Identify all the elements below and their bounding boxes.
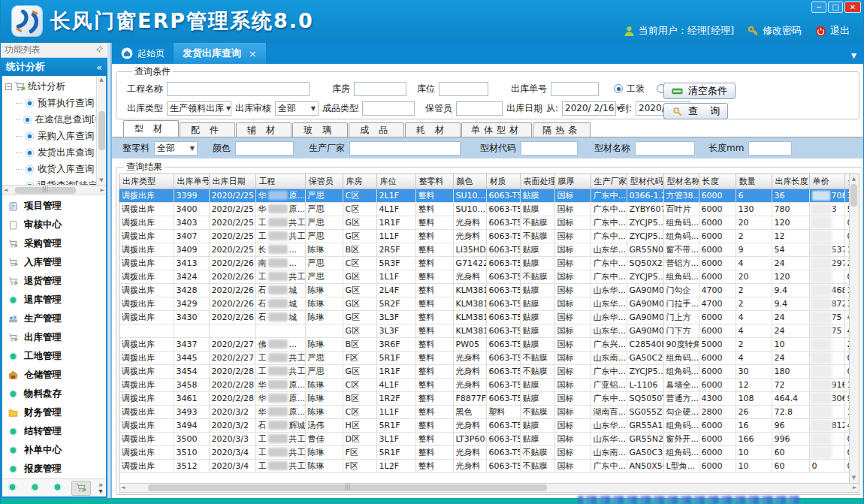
material-tab[interactable]: 配件 [180, 122, 235, 137]
column-header[interactable]: 出库日期 [209, 174, 255, 189]
quick-menu-dot-button[interactable] [5, 482, 19, 494]
column-header[interactable]: 表面处理 [520, 174, 554, 189]
table-row[interactable]: 调拨出库34452020/2/27工共工程严思F区5R1F整料光身料6063-T… [119, 351, 858, 364]
product-type-input[interactable] [362, 101, 415, 116]
sidebar-item[interactable]: 采购管理 [8, 234, 106, 253]
out-type-select[interactable]: 生产领料出库▼ [167, 101, 231, 116]
table-row[interactable]: 调拨出库34582020/2/28华原...陈琳C区4L1F整料光身料6063-… [119, 378, 858, 391]
more-buttons-chevron[interactable]: »▾ [98, 482, 103, 494]
table-row[interactable]: 调拨出库34032020/2/25工共工程严思G区1R1F整料光身料6063-T… [119, 216, 858, 229]
maximize-button[interactable]: □ [828, 2, 843, 13]
material-tab[interactable]: 单体型材 [461, 122, 532, 137]
table-row[interactable]: 调拨出库34612020/2/28华原...陈琳B区1R2F整料F8877FT6… [119, 391, 858, 405]
table-row[interactable]: 调拨出库34132020/2/26南...严思C区5R3F整料G71422606… [119, 256, 858, 270]
column-header[interactable]: 数量 [736, 174, 772, 189]
scroll-down-icon[interactable]: ▼ [99, 177, 103, 184]
scroll-thumb[interactable] [98, 111, 105, 150]
tree-item[interactable]: 预算执行查询 [5, 95, 104, 111]
length-mm-input[interactable] [748, 141, 792, 155]
clear-conditions-button[interactable]: 清空条件 [663, 83, 736, 99]
sidebar-item[interactable]: 项目管理 [8, 197, 106, 216]
tab-list-caret-icon[interactable]: ▼ [851, 52, 856, 59]
table-row[interactable]: G区3L3F整料KLM38176063-T5贴膜国标山东华...GA90M09.… [119, 324, 858, 337]
scroll-up-icon[interactable]: ▲ [852, 176, 856, 183]
tree-vertical-scrollbar[interactable]: ▲ ▼ [96, 76, 106, 185]
tree-item[interactable]: 发货出库查询 [5, 144, 104, 161]
sidebar-item[interactable]: 退货管理 [8, 272, 106, 291]
table-row[interactable]: 调拨出库35102020/3/4工共工程陈琳F区5R1F整料光身料6063-T5… [119, 445, 858, 459]
table-row[interactable]: 调拨出库34002020/2/25华原...严思C区4L1F整料SU10...6… [119, 202, 858, 216]
column-header[interactable]: 出库类型 [119, 174, 174, 189]
out-audit-select[interactable]: 全部▼ [275, 101, 319, 116]
collapse-icon[interactable]: « [96, 62, 102, 73]
scroll-right-icon[interactable]: ► [853, 484, 856, 491]
scroll-thumb[interactable] [148, 484, 547, 491]
scroll-up-icon[interactable]: ▲ [99, 77, 103, 83]
minimize-button[interactable]: ─ [811, 2, 826, 13]
cart-toolbar-button[interactable] [71, 481, 91, 496]
scroll-thumb[interactable] [15, 187, 76, 194]
scroll-track[interactable] [126, 484, 851, 491]
scroll-left-icon[interactable]: ◄ [121, 484, 125, 491]
table-row[interactable]: 调拨出库34242020/2/26工共工程严思G区1L1F整料光身料6063-T… [119, 270, 858, 283]
column-header[interactable]: 型材名称 [663, 174, 699, 189]
table-horizontal-scrollbar[interactable]: ◄ ► [119, 483, 859, 493]
tree-item[interactable]: 在途信息查询[待 [5, 111, 104, 128]
table-row[interactable]: 调拨出库34932020/3/2华原...陈琳C区1L1F整料黑色塑料不贴膜国标… [119, 405, 858, 418]
table-row[interactable]: 调拨出库33992020/2/25华原...严思C区2L1F整料SU10...6… [119, 189, 858, 202]
column-header[interactable]: 出库长度 [772, 174, 809, 189]
sidebar-item[interactable]: 出库管理 [8, 328, 106, 347]
location-input[interactable] [439, 82, 488, 96]
sidebar-item[interactable]: 财务管理 [8, 403, 106, 422]
sidebar-item[interactable]: 生产管理 [8, 309, 106, 328]
column-header[interactable]: 库位 [376, 174, 415, 189]
tree-root-statistics[interactable]: − 统计分析 [5, 78, 104, 95]
tab-close-icon[interactable]: × [249, 48, 257, 59]
column-header[interactable]: 保管员 [305, 174, 343, 189]
whole-part-select[interactable]: 全部▼ [154, 141, 198, 155]
scroll-down-icon[interactable]: ▼ [852, 475, 856, 481]
table-row[interactable]: 调拨出库34292020/2/26石城陈琳G区5R2F整料KLM38176063… [119, 297, 858, 310]
quick-menu-dot-button[interactable] [50, 482, 64, 494]
close-button[interactable]: ✕ [844, 2, 861, 13]
scroll-left-icon[interactable]: ◄ [4, 187, 8, 194]
scroll-thumb[interactable] [850, 184, 857, 207]
sidebar-item[interactable]: 报废管理 [8, 460, 106, 478]
manufacturer-input[interactable] [349, 141, 461, 155]
column-header[interactable]: 出库单号 [174, 174, 209, 189]
table-row[interactable]: 调拨出库34302020/2/26石城陈琳G区3L3F整料KLM38176063… [119, 310, 858, 324]
material-tab[interactable]: 隔热条 [533, 122, 591, 137]
column-header[interactable]: 整零料 [415, 174, 453, 189]
sidebar-item[interactable]: 退库管理 [8, 291, 106, 309]
table-row[interactable]: 调拨出库34542020/2/28工共工程严思G区1R1F整料光身料6063-T… [119, 364, 858, 378]
material-tab[interactable]: 型材 [123, 120, 179, 137]
column-header[interactable]: 生产厂家 [591, 174, 627, 189]
table-row[interactable]: 调拨出库35122020/3/4工共工程陈琳F区1L2F整料光身料6063-T5… [119, 459, 858, 472]
table-row[interactable]: 调拨出库34072020/2/25工共工程严思G区1L1F整料光身料6063-T… [119, 229, 858, 243]
quick-menu-dot-button[interactable] [28, 482, 41, 494]
scroll-right-icon[interactable]: ► [101, 187, 104, 194]
keeper-input[interactable] [456, 101, 503, 116]
sidebar-item[interactable]: 审核中心 [8, 216, 106, 234]
column-header[interactable]: 颜色 [453, 174, 486, 189]
table-row[interactable]: 调拨出库34092020/2/25长...陈琳B区2R5F整料LI35HD606… [119, 243, 858, 256]
column-header[interactable]: 单价 [809, 174, 844, 189]
logout-button[interactable]: 退出 [815, 24, 850, 38]
table-row[interactable]: 调拨出库34942020/3/2石辉城汤伟H区5R1F整料光身料6063-T5贴… [119, 418, 858, 432]
profile-code-input[interactable] [521, 141, 578, 155]
color-input[interactable] [235, 141, 294, 155]
tab-shipment-out-query[interactable]: 发货出库查询 × [174, 43, 266, 64]
column-header[interactable]: 型材代码 [627, 174, 663, 189]
tree-item[interactable]: 退货查询[待定] [5, 177, 104, 186]
material-tab[interactable]: 玻璃 [292, 122, 348, 137]
column-header[interactable]: 长度 [699, 174, 736, 189]
table-vertical-scrollbar[interactable]: ▲ ▼ [849, 174, 859, 483]
tree-item[interactable]: 收货入库查询 [5, 161, 104, 177]
table-row[interactable]: 调拨出库34372020/2/27佛...陈琳B区3R6F整料PW056063-… [119, 337, 858, 351]
material-tab[interactable]: 耗材 [405, 122, 461, 137]
column-header[interactable]: 膜厚 [554, 174, 591, 189]
sidebar-item[interactable]: 结转管理 [8, 422, 106, 441]
project-name-input[interactable] [167, 82, 310, 96]
tree-horizontal-scrollbar[interactable]: ◄ ► [2, 186, 106, 195]
tree-item[interactable]: 采购入库查询 [5, 128, 104, 144]
